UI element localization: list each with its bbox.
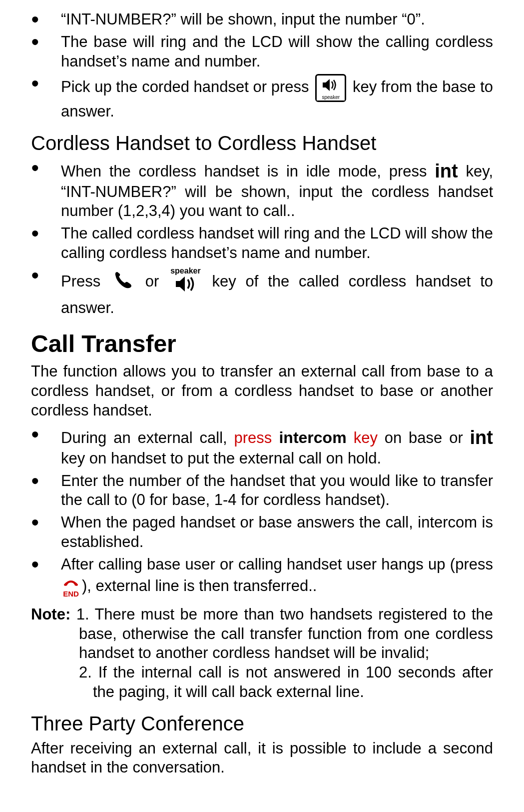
svg-marker-0 (323, 79, 330, 91)
text: “INT-NUMBER?” will be shown, input the n… (61, 10, 425, 28)
text: When the paged handset or base answers t… (61, 514, 493, 550)
intercom-key-icon: intercom (272, 428, 353, 446)
list-item: “INT-NUMBER?” will be shown, input the n… (31, 10, 493, 30)
text: After calling base user or calling hands… (61, 556, 493, 573)
page-number: – 27 – (31, 808, 493, 812)
svg-marker-1 (176, 276, 185, 292)
list-item: Pick up the corded handset or press spea… (31, 74, 493, 122)
text: or (145, 272, 168, 290)
page-content: “INT-NUMBER?” will be shown, input the n… (0, 0, 524, 812)
end-key-label: END (61, 590, 81, 599)
list-item: When the cordless handset is in idle mod… (31, 158, 493, 221)
speaker-key-icon: speaker (170, 266, 201, 299)
int-key-icon: int (435, 160, 458, 182)
text: Press (61, 272, 110, 290)
three-party-intro: After receiving an external call, it is … (31, 739, 493, 778)
text: The called cordless handset will ring an… (61, 224, 493, 262)
text-before-icon: Pick up the corded handset or press (61, 78, 313, 96)
text: key on handset to put the external call … (61, 450, 381, 467)
list-item: When the paged handset or base answers t… (31, 513, 493, 552)
talk-key-icon (112, 269, 134, 296)
list-call-transfer: During an external call, press intercom … (31, 425, 493, 600)
int-key-icon: int (470, 427, 493, 448)
list-cordless-to-cordless: When the cordless handset is in idle mod… (31, 158, 493, 318)
note-text-2: 2. If the internal call is not answered … (31, 663, 493, 702)
text: When the cordless handset is in idle mod… (61, 162, 435, 180)
heading-cordless-to-cordless: Cordless Handset to Cordless Handset (31, 130, 493, 156)
list-item: After calling base user or calling hands… (31, 555, 493, 600)
note-block: Note: 1. There must be more than two han… (31, 605, 493, 702)
end-key-icon: END (61, 573, 81, 599)
text: on base or (378, 429, 470, 446)
list-handset-to-base: “INT-NUMBER?” will be shown, input the n… (31, 10, 493, 122)
base-speaker-key-label: speaker (317, 94, 345, 101)
text: Enter the number of the handset that you… (61, 472, 493, 509)
text: The base will ring and the LCD will show… (61, 33, 493, 70)
list-item: Press or speaker key of the called cordl… (31, 266, 493, 318)
list-item: The called cordless handset will ring an… (31, 224, 493, 263)
list-item: The base will ring and the LCD will show… (31, 32, 493, 72)
call-transfer-intro: The function allows you to transfer an e… (31, 362, 493, 420)
heading-three-party: Three Party Conference (31, 711, 493, 736)
text: ), external line is then transferred.. (82, 577, 317, 594)
base-speaker-key-icon: speaker (315, 74, 346, 102)
note-text-1: 1. There must be more than two handsets … (76, 606, 493, 662)
heading-call-transfer: Call Transfer (31, 329, 493, 359)
note-label: Note: (31, 606, 76, 623)
list-item: Enter the number of the handset that you… (31, 472, 493, 510)
red-text-key: key (354, 429, 378, 446)
text: During an external call, (61, 429, 234, 446)
red-text-press: press (234, 429, 272, 446)
list-item: During an external call, press intercom … (31, 425, 493, 468)
